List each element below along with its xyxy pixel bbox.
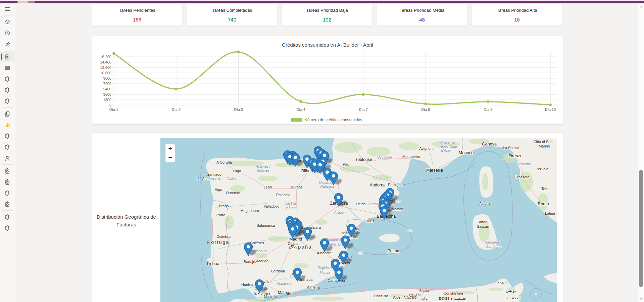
map-label: Perpignan: [388, 183, 405, 187]
data-point: [175, 88, 178, 90]
map-label: Cáceres: [250, 241, 264, 245]
map-label: Santiago: [207, 172, 221, 176]
sidebar-item-puzzle[interactable]: [0, 222, 15, 233]
kpi-label: Tareas Prioridad Media: [400, 8, 445, 13]
scroll-up-icon[interactable]: ▲: [638, 5, 644, 8]
sidebar-item-clipboard-gear[interactable]: [0, 199, 15, 210]
map-label: Occitanie: [377, 155, 392, 159]
map-label: Málaga: [278, 290, 292, 295]
sidebar-item-list-lines[interactable]: [0, 62, 15, 73]
home-icon: [4, 18, 11, 25]
svg-text:14.400: 14.400: [100, 60, 111, 64]
data-point: [237, 51, 240, 53]
map-label: Madrid: [289, 237, 302, 242]
sidebar-item-puzzle[interactable]: [0, 141, 15, 153]
map-label: Porto: [216, 213, 225, 217]
sidebar-item-home[interactable]: [0, 16, 15, 27]
map-label: Región de: [317, 266, 334, 270]
sidebar-item-powerbi[interactable]: [0, 119, 15, 130]
sidebar-item-puzzle[interactable]: [0, 73, 15, 84]
svg-text:Día 8: Día 8: [421, 107, 430, 112]
map-panel-title-line2: Facturas: [92, 221, 160, 228]
map-label: de Compostela: [197, 177, 222, 181]
sidebar-item-pin[interactable]: [0, 38, 15, 49]
map-label: y León: [286, 206, 297, 210]
svg-text:7200: 7200: [103, 82, 111, 86]
vertical-scrollbar[interactable]: ▲ ▼: [638, 3, 644, 302]
scroll-down-icon[interactable]: ▼: [638, 298, 644, 301]
map-label: Toscana: [517, 162, 531, 166]
sidebar-separator: [2, 50, 13, 50]
map-label: Mérida: [257, 259, 269, 263]
app-logo-partial: [0, 1, 644, 3]
legend-label: Número de créditos consumidos: [304, 118, 362, 122]
map-label: Real: [289, 246, 297, 250]
map-zoom-in-button[interactable]: +: [165, 144, 175, 153]
svg-text:Día 10: Día 10: [545, 107, 556, 112]
sidebar-item-clipboard-gear[interactable]: [0, 165, 15, 176]
map-label: بنزرت: [498, 280, 507, 284]
clipboard-gear-icon: [4, 53, 11, 60]
map-label: Perugia: [536, 167, 549, 171]
map-panel-title-line1: Distribución Geográfica de: [92, 213, 160, 221]
legend-swatch: [291, 118, 302, 122]
map-label: Constantine: [444, 291, 463, 295]
map-label: Montpellier: [402, 155, 420, 159]
map-label: Galicia: [227, 177, 237, 181]
map-label: Salamanca: [256, 223, 275, 227]
map-label: Città di San: [534, 140, 553, 144]
credits-chart-card: Créditos consumidos en AI Builder - Abri…: [92, 36, 563, 124]
puzzle-icon: [4, 214, 11, 220]
svg-text:Día 9: Día 9: [484, 107, 492, 112]
map-label: Pau: [343, 162, 349, 166]
kpi-label: Tareas Pendientes: [119, 8, 155, 13]
map-label: Grosseto: [514, 175, 530, 179]
data-point: [299, 100, 302, 103]
kpi-card: Tareas Prioridad Media48: [377, 4, 467, 26]
pin-icon: [4, 41, 11, 47]
map-label: d'Azur: [441, 148, 451, 153]
svg-text:3600: 3600: [103, 92, 111, 96]
map-label: Ourense: [226, 191, 240, 195]
map-label: الحمامات: [507, 296, 521, 300]
sidebar-item-person[interactable]: [0, 153, 15, 164]
svg-text:0: 0: [109, 103, 111, 107]
map-label: La Spezia: [503, 146, 520, 150]
puzzle-icon: [4, 87, 11, 93]
map-label: Asturias /: [255, 164, 271, 168]
map-zoom-control: + −: [165, 144, 175, 162]
map-zoom-out-button[interactable]: −: [165, 153, 175, 162]
map-label: Valladolid: [264, 204, 280, 208]
sidebar-item-puzzle[interactable]: [0, 187, 15, 199]
svg-text:10.800: 10.800: [100, 71, 111, 75]
sidebar-item-puzzle[interactable]: [0, 84, 15, 95]
sidebar-item-clipboard-gear[interactable]: [0, 176, 15, 187]
svg-text:5400: 5400: [103, 87, 111, 91]
map-canvas[interactable]: A CoruñaSantiagode CompostelaLugoVigoOur…: [160, 138, 557, 302]
map-label: Genova: [482, 142, 497, 146]
sidebar-item-clock[interactable]: [0, 27, 15, 38]
kpi-value: 48: [419, 17, 425, 23]
sidebar-item-clipboard-gear-selected[interactable]: [0, 51, 15, 62]
kpi-value: 740: [228, 17, 236, 23]
sidebar-item-puzzle[interactable]: [0, 211, 15, 222]
map-label: Toulouse: [355, 157, 372, 162]
map-label: ⵛⵍⴼ: [384, 295, 391, 298]
kpi-value: 16: [514, 17, 520, 23]
sidebar-item-puzzle[interactable]: [0, 95, 15, 106]
clipboard-gear-icon: [4, 201, 11, 208]
puzzle-icon: [4, 133, 11, 139]
map-label: Nafarroa: [320, 184, 334, 188]
map-viewport[interactable]: + −: [160, 138, 557, 302]
map-label: Sardegna: [486, 245, 501, 249]
map-label: Sassari: [477, 224, 489, 228]
map-label: Murcia: [319, 270, 330, 274]
kpi-value: 102: [323, 17, 331, 23]
scrollbar-thumb[interactable]: [639, 170, 643, 287]
sidebar-item-puzzle[interactable]: [0, 130, 15, 141]
map-label: Palencia: [276, 193, 291, 197]
sidebar-separator: [2, 164, 13, 165]
sidebar-item-pages[interactable]: [0, 108, 15, 119]
clipboard-gear-icon: [4, 168, 11, 174]
sidebar-item-hamburger[interactable]: [0, 3, 15, 14]
